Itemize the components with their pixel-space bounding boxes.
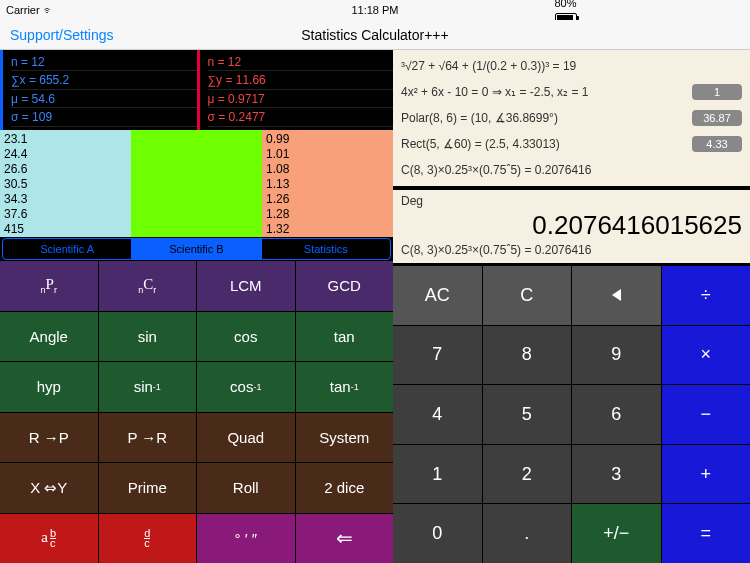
data-value: 415 [4,222,127,237]
function-grid: nPrnCrLCMGCDAnglesincostanhypsin-1cos-1t… [0,261,393,563]
func-prime[interactable]: Prime [99,463,197,513]
history-expr: 4x² + 6x - 10 = 0 ⇒ x₁ = -2.5, x₂ = 1 [401,85,588,99]
key-c[interactable]: C [483,266,572,325]
key-9[interactable]: 9 [572,326,661,385]
key-5[interactable]: 5 [483,385,572,444]
history-row: Rect(5, ∡60) = (2.5, 4.33013)4.33 [401,134,742,154]
func-cos-[interactable]: cos-1 [197,362,295,412]
key-[interactable]: = [662,504,751,563]
key-[interactable]: +/− [572,504,661,563]
key-[interactable]: ÷ [662,266,751,325]
func-tan-[interactable]: tan-1 [296,362,394,412]
func-roll[interactable]: Roll [197,463,295,513]
tab-statistics[interactable]: Statistics [262,239,390,259]
func-x-y[interactable]: X ⇔Y [0,463,98,513]
data-value: 26.6 [4,162,127,177]
func-cos[interactable]: cos [197,312,295,362]
func--[interactable]: ⇐ [296,514,394,564]
history-row: 4x² + 6x - 10 = 0 ⇒ x₁ = -2.5, x₂ = 11 [401,82,742,102]
history-row: Polar(8, 6) = (10, ∡36.8699°)36.87 [401,108,742,128]
app-title: Statistics Calculator+++ [301,27,448,43]
data-value: 1.13 [266,177,389,192]
data-value: 37.6 [4,207,127,222]
func-quad[interactable]: Quad [197,413,295,463]
key-7[interactable]: 7 [393,326,482,385]
stat-col-x: n = 12 ∑x = 655.2 μ = 54.6 σ = 109 [0,50,197,130]
data-col-3[interactable]: 0.991.011.081.131.261.281.32 [262,130,393,237]
key-6[interactable]: 6 [572,385,661,444]
key-ac[interactable]: AC [393,266,482,325]
stat-col-y: n = 12 ∑y = 11.66 μ = 0.9717 σ = 0.2477 [197,50,394,130]
history-expr: Polar(8, 6) = (10, ∡36.8699°) [401,111,558,125]
history-panel: ³√27 + √64 + (1/(0.2 + 0.3))³ = 194x² + … [393,50,750,186]
mode-tabs: Scientific A Scientific B Statistics [2,238,391,260]
support-settings-link[interactable]: Support/Settings [10,27,114,43]
func-sin-[interactable]: sin-1 [99,362,197,412]
func-2-dice[interactable]: 2 dice [296,463,394,513]
data-value: 34.3 [4,192,127,207]
data-value: 30.5 [4,177,127,192]
func-sin[interactable]: sin [99,312,197,362]
data-value: 1.26 [266,192,389,207]
data-value: 1.08 [266,162,389,177]
func-tan[interactable]: tan [296,312,394,362]
data-value: 0.99 [266,132,389,147]
key-4[interactable]: 4 [393,385,482,444]
key-2[interactable]: 2 [483,445,572,504]
copy-result-button[interactable]: 36.87 [692,110,742,126]
data-value: 23.1 [4,132,127,147]
numpad: ACC÷789×456−123+0.+/−= [393,266,750,563]
data-value: 1.28 [266,207,389,222]
history-expr: C(8, 3)×0.25³×(0.75ˆ5) = 0.2076416 [401,163,591,177]
history-expr: ³√27 + √64 + (1/(0.2 + 0.3))³ = 19 [401,59,576,73]
data-value: 1.01 [266,147,389,162]
func-hyp[interactable]: hyp [0,362,98,412]
func-a-b-c[interactable]: abc [0,514,98,564]
func-system[interactable]: System [296,413,394,463]
history-row: ³√27 + √64 + (1/(0.2 + 0.3))³ = 19 [401,56,742,76]
func-d-c[interactable]: dc [99,514,197,564]
status-bar: Carrier ᯤ 11:18 PM 80% [0,0,750,20]
key-[interactable]: × [662,326,751,385]
key-[interactable]: + [662,445,751,504]
func-angle[interactable]: Angle [0,312,98,362]
func--[interactable]: ° ′ ″ [197,514,295,564]
copy-result-button[interactable]: 1 [692,84,742,100]
data-value: 1.32 [266,222,389,237]
history-expr: Rect(5, ∡60) = (2.5, 4.33013) [401,137,560,151]
data-value: 24.4 [4,147,127,162]
navbar: Support/Settings Statistics Calculator++… [0,20,750,50]
func-gcd[interactable]: GCD [296,261,394,311]
result-value: 0.2076416015625 [401,210,742,241]
data-columns[interactable]: 23.124.426.630.534.337.6415 0.991.011.08… [0,130,393,237]
tab-scientific-a[interactable]: Scientific A [3,239,132,259]
angle-mode: Deg [401,194,742,208]
func-r-p[interactable]: R →P [0,413,98,463]
func-lcm[interactable]: LCM [197,261,295,311]
result-expr: C(8, 3)×0.25³×(0.75ˆ5) = 0.2076416 [401,243,742,257]
func--c-[interactable]: nCr [99,261,197,311]
key-3[interactable]: 3 [572,445,661,504]
key-8[interactable]: 8 [483,326,572,385]
func-p-r[interactable]: P →R [99,413,197,463]
key-backspace[interactable] [572,266,661,325]
key-[interactable]: . [483,504,572,563]
data-col-2[interactable] [131,130,262,237]
status-time: 11:18 PM [351,4,398,16]
data-col-1[interactable]: 23.124.426.630.534.337.6415 [0,130,131,237]
history-row: C(8, 3)×0.25³×(0.75ˆ5) = 0.2076416 [401,160,742,180]
display: Deg 0.2076416015625 C(8, 3)×0.25³×(0.75ˆ… [393,190,750,263]
key-1[interactable]: 1 [393,445,482,504]
stats-panel: n = 12 ∑x = 655.2 μ = 54.6 σ = 109 n = 1… [0,50,393,130]
tab-scientific-b[interactable]: Scientific B [132,239,261,259]
func--p-[interactable]: nPr [0,261,98,311]
copy-result-button[interactable]: 4.33 [692,136,742,152]
backspace-icon [612,289,621,301]
key-[interactable]: − [662,385,751,444]
key-0[interactable]: 0 [393,504,482,563]
